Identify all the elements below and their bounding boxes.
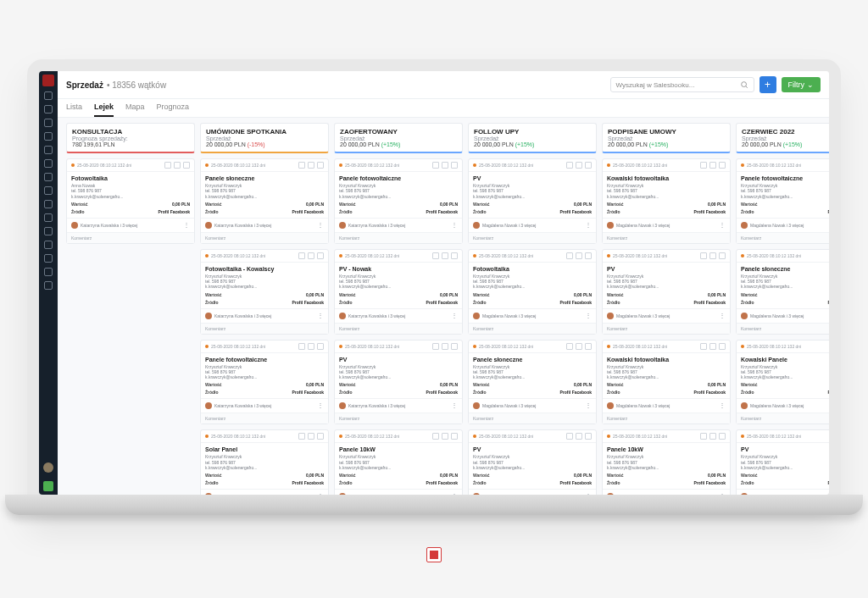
clipboard-icon[interactable] — [432, 343, 439, 350]
card-comment[interactable]: Komentarz — [603, 232, 730, 243]
deal-card[interactable]: 25-08-2020 08:10:12 132 dniSolar PanelKr… — [200, 429, 329, 495]
calendar-icon[interactable] — [317, 343, 324, 350]
column-header[interactable]: CZERWIEC 2022Sprzedaż20 000,00 PLN (+15%… — [736, 123, 829, 153]
calendar-icon[interactable] — [317, 433, 324, 440]
calendar-icon[interactable] — [585, 162, 592, 169]
card-comment[interactable]: Komentarz — [201, 413, 328, 424]
card-comment[interactable]: Komentarz — [335, 232, 462, 243]
clipboard-icon[interactable] — [566, 343, 573, 350]
deal-card[interactable]: 25-08-2020 08:10:12 132 dniPV - NowakKrz… — [334, 249, 463, 335]
clipboard-icon[interactable] — [432, 433, 439, 440]
deal-card[interactable]: 25-08-2020 08:10:12 132 dniPanele słonec… — [200, 158, 329, 244]
clock-icon[interactable] — [442, 343, 448, 350]
calendar-icon[interactable] — [317, 252, 324, 259]
nav-icon[interactable] — [44, 227, 53, 235]
card-comment[interactable]: Komentarz — [335, 413, 462, 424]
nav-icon[interactable] — [44, 268, 53, 276]
calendar-icon[interactable] — [585, 343, 592, 350]
deal-card[interactable]: 25-08-2020 08:10:12 132 dniPVKrzysztof K… — [602, 249, 731, 335]
calendar-icon[interactable] — [183, 162, 190, 169]
card-comment[interactable]: Komentarz — [67, 232, 194, 243]
nav-icon[interactable] — [44, 91, 53, 100]
clipboard-icon[interactable] — [566, 162, 573, 169]
nav-icon[interactable] — [44, 241, 53, 249]
deal-card[interactable]: 25-08-2020 08:10:12 132 dniPanele fotowo… — [200, 340, 329, 425]
clock-icon[interactable] — [308, 433, 314, 440]
tab-lejek[interactable]: Lejek — [94, 102, 114, 117]
nav-icon[interactable] — [44, 213, 53, 222]
card-comment[interactable]: Komentarz — [737, 413, 829, 424]
deal-card[interactable]: 25-08-2020 08:10:12 132 dniKowalski foto… — [602, 340, 731, 425]
clock-icon[interactable] — [442, 433, 448, 440]
deal-card[interactable]: 25-08-2020 08:10:12 132 dniKowalski Pane… — [736, 340, 829, 425]
calendar-icon[interactable] — [719, 162, 726, 169]
deal-card[interactable]: 25-08-2020 08:10:12 132 dniPanele słonec… — [736, 249, 829, 335]
calendar-icon[interactable] — [451, 162, 458, 169]
nav-icon[interactable] — [44, 132, 53, 141]
card-comment[interactable]: Komentarz — [603, 413, 730, 424]
card-comment[interactable]: Komentarz — [201, 323, 328, 334]
deal-card[interactable]: 25-08-2020 08:10:12 132 dniPVKrzysztof K… — [468, 429, 597, 495]
clipboard-icon[interactable] — [432, 162, 439, 169]
deal-card[interactable]: 25-08-2020 08:10:12 132 dniPVKrzysztof K… — [736, 429, 829, 495]
card-comment[interactable]: Komentarz — [737, 323, 829, 334]
clock-icon[interactable] — [709, 433, 716, 440]
column-header[interactable]: UMÓWIONE SPOTKANIASprzedaż20 000,00 PLN … — [200, 123, 329, 153]
clipboard-icon[interactable] — [566, 252, 573, 259]
clock-icon[interactable] — [576, 343, 582, 350]
calendar-icon[interactable] — [451, 433, 458, 440]
card-comment[interactable]: Komentarz — [737, 232, 829, 243]
calendar-icon[interactable] — [719, 252, 726, 259]
clock-icon[interactable] — [442, 252, 448, 259]
column-header[interactable]: KONSULTACJAPrognoza sprzedaży:780 199,61… — [66, 123, 195, 153]
search-input[interactable]: Wyszukaj w Salesbooku... — [610, 77, 754, 92]
card-comment[interactable]: Komentarz — [603, 323, 730, 334]
card-comment[interactable]: Komentarz — [469, 413, 596, 424]
deal-card[interactable]: 25-08-2020 08:10:12 132 dniPanele słonec… — [468, 340, 597, 425]
card-comment[interactable]: Komentarz — [335, 323, 462, 334]
calendar-icon[interactable] — [585, 252, 592, 259]
clipboard-icon[interactable] — [566, 433, 573, 440]
clipboard-icon[interactable] — [432, 252, 439, 259]
kanban-board[interactable]: KONSULTACJAPrognoza sprzedaży:780 199,61… — [58, 118, 829, 495]
nav-icon[interactable] — [44, 200, 53, 208]
column-header[interactable]: ZAOFERTOWANYSprzedaż20 000,00 PLN (+15%) — [334, 123, 463, 153]
card-comment[interactable]: Komentarz — [469, 323, 596, 334]
tab-lista[interactable]: Lista — [66, 102, 82, 117]
calendar-icon[interactable] — [719, 343, 726, 350]
nav-icon[interactable] — [44, 105, 53, 114]
clipboard-icon[interactable] — [164, 162, 171, 169]
clipboard-icon[interactable] — [700, 343, 707, 350]
nav-icon[interactable] — [44, 119, 53, 127]
clock-icon[interactable] — [576, 433, 582, 440]
nav-icon[interactable] — [44, 159, 53, 168]
clipboard-icon[interactable] — [298, 252, 305, 259]
nav-icon[interactable] — [44, 146, 53, 154]
clock-icon[interactable] — [308, 162, 314, 169]
deal-card[interactable]: 25-08-2020 08:10:12 132 dniPanele fotowo… — [334, 158, 463, 244]
deal-card[interactable]: 25-08-2020 08:10:12 132 dniPanele fotowo… — [736, 158, 829, 244]
tab-prognoza[interactable]: Prognoza — [157, 102, 190, 117]
calendar-icon[interactable] — [451, 252, 458, 259]
deal-card[interactable]: 25-08-2020 08:10:12 132 dniKowalski foto… — [602, 158, 731, 244]
clock-icon[interactable] — [576, 252, 582, 259]
deal-card[interactable]: 25-08-2020 08:10:12 132 dniFotowoltaika … — [200, 249, 329, 335]
filters-button[interactable]: Filtry ⌄ — [782, 77, 821, 92]
nav-icon[interactable] — [44, 186, 53, 195]
user-avatar[interactable] — [43, 462, 53, 473]
clock-icon[interactable] — [442, 162, 448, 169]
clipboard-icon[interactable] — [700, 433, 707, 440]
add-button[interactable]: + — [760, 76, 776, 93]
card-comment[interactable]: Komentarz — [469, 232, 596, 243]
clock-icon[interactable] — [709, 343, 716, 350]
clock-icon[interactable] — [709, 252, 716, 259]
deal-card[interactable]: 25-08-2020 08:10:12 132 dniPanele 10kWKr… — [334, 429, 463, 495]
deal-card[interactable]: 25-08-2020 08:10:12 132 dniFotowoltaikaK… — [468, 249, 597, 335]
clock-icon[interactable] — [576, 162, 582, 169]
clipboard-icon[interactable] — [700, 252, 707, 259]
help-icon[interactable] — [43, 481, 53, 491]
clock-icon[interactable] — [308, 343, 314, 350]
clipboard-icon[interactable] — [700, 162, 707, 169]
deal-card[interactable]: 25-08-2020 08:10:12 132 dniFotowoltaikaA… — [66, 158, 195, 244]
calendar-icon[interactable] — [317, 162, 324, 169]
